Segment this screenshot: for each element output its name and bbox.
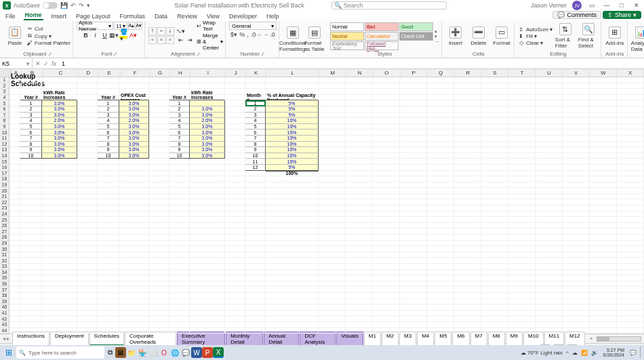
column-header[interactable]: G [150, 69, 171, 77]
cell[interactable] [119, 264, 149, 270]
cell[interactable] [427, 171, 454, 177]
taskbar-word-icon[interactable]: W [191, 347, 202, 358]
cell[interactable]: 3.0% [119, 100, 149, 106]
cell[interactable] [400, 252, 427, 258]
cell[interactable] [454, 171, 481, 177]
start-button[interactable]: ⊞ [1, 345, 16, 360]
cell-style-option[interactable]: Explanatory Text [330, 41, 364, 50]
cell[interactable] [149, 176, 169, 182]
cell[interactable] [427, 235, 454, 241]
cell[interactable] [400, 275, 427, 281]
cell[interactable] [590, 246, 617, 252]
cell[interactable] [98, 270, 119, 276]
column-header[interactable]: V [563, 69, 590, 77]
cell[interactable] [149, 223, 169, 229]
cell[interactable] [400, 83, 427, 89]
cell[interactable] [346, 129, 373, 136]
cell[interactable] [373, 83, 400, 89]
row-header[interactable]: 13 [0, 147, 9, 153]
cell[interactable] [590, 153, 617, 159]
cell[interactable] [266, 77, 319, 83]
cell[interactable] [536, 165, 563, 171]
cell[interactable] [346, 165, 373, 171]
cell[interactable] [427, 147, 454, 153]
cell[interactable] [563, 165, 590, 171]
font-name-select[interactable]: Aptos Narrow▾ [77, 22, 113, 30]
cell[interactable] [427, 241, 454, 247]
cell[interactable] [319, 136, 346, 142]
cell[interactable] [98, 199, 119, 205]
cell[interactable] [190, 83, 225, 89]
cell[interactable] [400, 89, 427, 95]
tab-file[interactable]: File [4, 12, 17, 20]
cell[interactable] [508, 205, 536, 212]
cell[interactable] [563, 223, 590, 229]
cell[interactable]: 10% [266, 136, 319, 142]
cell[interactable]: 3.0% [190, 106, 225, 113]
orientation-button[interactable]: ⤡▾ [177, 27, 185, 35]
cell[interactable] [373, 281, 400, 287]
cell[interactable] [98, 287, 119, 293]
cell[interactable] [190, 217, 225, 223]
cell[interactable] [190, 199, 225, 205]
cell[interactable] [346, 118, 373, 124]
cell[interactable] [149, 194, 169, 200]
cell[interactable] [481, 246, 508, 252]
clipboard-launcher-icon[interactable]: ⤢ [48, 52, 52, 57]
cell[interactable] [245, 293, 266, 299]
cell[interactable] [9, 281, 20, 287]
cell[interactable] [590, 77, 617, 83]
cell[interactable]: 1 [169, 100, 190, 106]
cell[interactable] [42, 182, 77, 188]
cell[interactable] [427, 264, 454, 270]
cell[interactable] [536, 188, 563, 194]
cell[interactable] [169, 299, 190, 305]
cell[interactable] [481, 83, 508, 89]
cell[interactable] [427, 311, 454, 317]
cell[interactable] [427, 270, 454, 276]
cell[interactable] [245, 228, 266, 235]
decrease-indent-button[interactable]: ⇤ [177, 36, 185, 44]
sheet-tab-monthly-detail[interactable]: Monthly Detail [226, 332, 263, 346]
cell[interactable] [481, 235, 508, 241]
sheet-tab-m6[interactable]: M6 [452, 332, 469, 346]
cell[interactable] [400, 194, 427, 200]
cell[interactable] [98, 188, 119, 194]
cell[interactable] [9, 153, 20, 159]
cell[interactable] [373, 194, 400, 200]
style-up-button[interactable]: ▴ [435, 28, 439, 34]
cell[interactable] [190, 252, 225, 258]
cell[interactable]: 3.0% [42, 153, 77, 159]
cell[interactable]: 3.0% [119, 124, 149, 130]
cell[interactable] [245, 299, 266, 305]
row-header[interactable]: 34 [0, 270, 9, 276]
column-header[interactable]: U [536, 69, 563, 77]
cell[interactable] [266, 205, 319, 212]
cell[interactable] [590, 322, 617, 328]
underline-button[interactable]: U [100, 31, 108, 39]
cell[interactable] [400, 304, 427, 311]
cell[interactable] [119, 77, 149, 83]
cell[interactable] [190, 182, 225, 188]
cell[interactable] [319, 281, 346, 287]
cell[interactable] [245, 246, 266, 252]
cell[interactable] [454, 212, 481, 218]
cell[interactable] [346, 322, 373, 328]
cell[interactable] [536, 246, 563, 252]
cell[interactable] [319, 106, 346, 113]
cell[interactable] [225, 89, 245, 95]
cell[interactable] [454, 311, 481, 317]
cell[interactable] [590, 194, 617, 200]
cell[interactable] [536, 281, 563, 287]
cell[interactable] [319, 95, 346, 101]
cell[interactable] [373, 136, 400, 142]
cell[interactable] [77, 322, 98, 328]
cell[interactable] [77, 142, 98, 148]
cell[interactable] [190, 223, 225, 229]
cell[interactable] [427, 188, 454, 194]
cell[interactable] [427, 153, 454, 159]
cell[interactable] [454, 205, 481, 212]
cell[interactable] [190, 228, 225, 235]
cell[interactable]: 3.0% [190, 147, 225, 153]
cell[interactable] [454, 182, 481, 188]
